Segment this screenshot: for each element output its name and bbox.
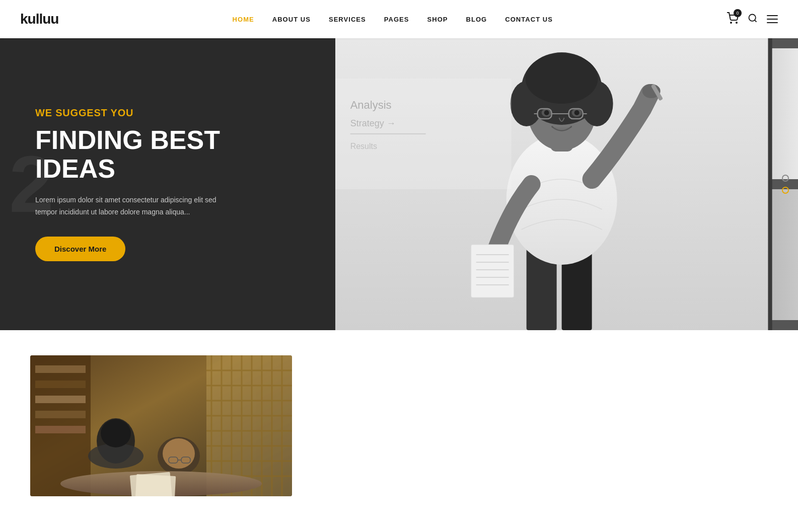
svg-point-2 [749, 14, 756, 21]
menu-button[interactable] [767, 15, 778, 23]
nav-item-shop[interactable]: SHOP [427, 16, 448, 23]
hero-title: FINDING BEST IDEAS [35, 126, 300, 183]
slider-dots [782, 175, 789, 194]
svg-point-28 [544, 110, 549, 115]
svg-point-25 [525, 53, 598, 104]
svg-point-66 [101, 419, 131, 447]
svg-rect-45 [35, 411, 86, 418]
header: kulluu HOME ABOUT US SERVICES PAGES SHOP… [0, 0, 798, 38]
hero-section: 2 WE SUGGEST YOU FINDING BEST IDEAS Lore… [0, 38, 798, 330]
svg-point-29 [574, 110, 579, 115]
nav-item-home[interactable]: HOME [233, 16, 254, 23]
below-hero-image [30, 355, 292, 496]
svg-rect-46 [35, 426, 86, 433]
menu-icon [767, 22, 778, 23]
below-hero-svg [30, 355, 292, 496]
cart-button[interactable]: 0 [727, 12, 739, 26]
hero-image: Analysis Strategy → Results [335, 38, 798, 330]
header-actions: 0 [727, 12, 778, 26]
svg-text:Strategy →: Strategy → [350, 118, 395, 128]
search-icon [748, 13, 758, 23]
svg-point-1 [736, 22, 737, 23]
svg-rect-43 [35, 381, 86, 388]
slider-dot-2[interactable] [782, 187, 789, 194]
slider-dot-1[interactable] [782, 175, 789, 182]
svg-rect-42 [35, 365, 86, 373]
nav-item-about[interactable]: ABOUT US [272, 16, 311, 23]
hero-left-panel: 2 WE SUGGEST YOU FINDING BEST IDEAS Lore… [0, 38, 335, 330]
main-nav: HOME ABOUT US SERVICES PAGES SHOP BLOG C… [233, 16, 553, 23]
svg-point-68 [163, 438, 195, 469]
slide-number: 2 [9, 144, 54, 224]
search-button[interactable] [748, 13, 758, 26]
nav-item-contact[interactable]: CONTACT US [505, 16, 553, 23]
menu-icon [767, 19, 778, 20]
svg-rect-6 [768, 38, 772, 330]
below-hero-section [0, 330, 798, 496]
nav-item-pages[interactable]: PAGES [384, 16, 409, 23]
svg-rect-8 [772, 189, 798, 320]
svg-rect-14 [471, 245, 514, 297]
svg-rect-7 [772, 48, 798, 179]
nav-item-blog[interactable]: BLOG [466, 16, 487, 23]
hero-subtitle: WE SUGGEST YOU [35, 107, 300, 119]
discover-more-button[interactable]: Discover More [35, 237, 125, 261]
svg-text:Analysis: Analysis [350, 99, 391, 111]
svg-rect-44 [35, 396, 86, 403]
nav-item-services[interactable]: SERVICES [329, 16, 366, 23]
svg-line-3 [755, 20, 757, 22]
menu-icon [767, 15, 778, 16]
hero-right-panel: Analysis Strategy → Results [335, 38, 798, 330]
svg-point-0 [731, 22, 732, 23]
svg-text:Results: Results [350, 142, 377, 150]
cart-badge: 0 [734, 9, 742, 17]
hero-description: Lorem ipsum dolor sit amet consectetur a… [35, 194, 227, 218]
logo[interactable]: kulluu [20, 11, 58, 27]
svg-rect-74 [135, 474, 176, 496]
